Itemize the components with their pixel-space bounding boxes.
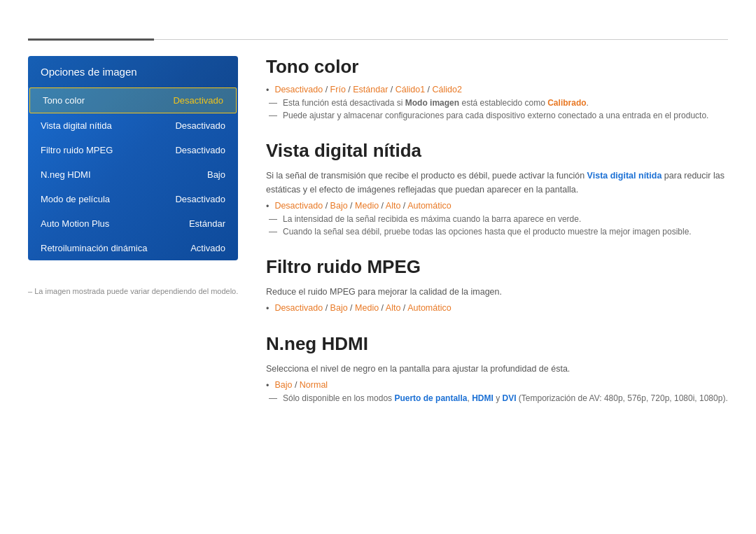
option-estandar: Estándar (353, 85, 388, 94)
bullet-dot: • (266, 304, 269, 314)
sidebar-item-label: Retroiluminación dinámica (41, 243, 147, 253)
sidebar-item-auto-motion-plus[interactable]: Auto Motion Plus Estándar (28, 211, 238, 236)
sidebar-item-label: Vista digital nítida (41, 120, 112, 131)
sidebar-item-value: Estándar (189, 218, 225, 229)
section-title-vista-digital: Vista digital nítida (266, 140, 728, 162)
note-tono-color-2: — Puede ajustar y almacenar configuracio… (266, 111, 728, 120)
sidebar-panel: Opciones de imagen Tono color Desactivad… (28, 56, 238, 260)
sidebar-item-value: Bajo (207, 169, 225, 180)
sidebar-item-label: Modo de película (41, 194, 110, 204)
section-title-filtro-ruido: Filtro ruido MPEG (266, 256, 728, 278)
option-bajo: Bajo (330, 201, 348, 211)
option-alto: Alto (386, 303, 401, 313)
option-desactivado: Desactivado (274, 201, 323, 211)
bullet-nneg-hdmi-options: • Bajo / Normal (266, 380, 728, 391)
sidebar-item-value: Desactivado (175, 120, 225, 131)
bullet-tono-color-options: • Desactivado / Frío / Estándar / Cálido… (266, 85, 728, 95)
top-bar (28, 38, 728, 40)
option-normal: Normal (300, 380, 328, 390)
option-bajo: Bajo (330, 303, 348, 313)
sidebar-note: – La imagen mostrada puede variar depend… (28, 287, 238, 295)
sidebar-item-modo-pelicula[interactable]: Modo de película Desactivado (28, 187, 238, 211)
sidebar-item-value: Activado (190, 243, 225, 253)
sidebar-item-label: N.neg HDMI (41, 169, 91, 180)
option-automatico: Automático (407, 303, 451, 313)
note-vista-digital-1: — La intensidad de la señal recibida es … (266, 214, 728, 224)
note-vista-digital-2: — Cuando la señal sea débil, pruebe toda… (266, 227, 728, 237)
option-calido2: Cálido2 (433, 85, 462, 94)
section-vista-digital: Vista digital nítida Si la señal de tran… (266, 140, 728, 237)
sidebar-item-vista-digital[interactable]: Vista digital nítida Desactivado (28, 113, 238, 138)
bullet-dot: • (266, 202, 269, 211)
sidebar-title: Opciones de imagen (28, 56, 238, 87)
option-bajo: Bajo (274, 380, 292, 390)
option-medio: Medio (355, 303, 379, 313)
note-tono-color-1: — Esta función está desactivada si Modo … (266, 98, 728, 108)
option-desactivado: Desactivado (274, 85, 323, 94)
section-nneg-hdmi: N.neg HDMI Selecciona el nivel de negro … (266, 333, 728, 403)
nneg-hdmi-body: Selecciona el nivel de negro en la panta… (266, 362, 728, 376)
option-frio: Frío (330, 85, 346, 94)
sidebar-item-filtro-ruido[interactable]: Filtro ruido MPEG Desactivado (28, 138, 238, 162)
nneg-hdmi-options: Bajo / Normal (274, 380, 328, 390)
sidebar-item-tono-color[interactable]: Tono color Desactivado (29, 87, 237, 113)
note-nneg-hdmi-1: — Sólo disponible en los modos Puerto de… (266, 393, 728, 403)
sidebar-item-label: Tono color (43, 95, 85, 106)
option-alto: Alto (386, 201, 401, 211)
sidebar-item-value: Desactivado (173, 95, 223, 106)
sidebar-item-value: Desactivado (175, 194, 225, 204)
option-desactivado: Desactivado (274, 303, 323, 313)
option-automatico: Automático (407, 201, 451, 211)
bullet-dot: • (266, 381, 269, 391)
top-bar-line (154, 39, 728, 40)
bullet-filtro-ruido-options: • Desactivado / Bajo / Medio / Alto / Au… (266, 303, 728, 314)
section-filtro-ruido: Filtro ruido MPEG Reduce el ruido MPEG p… (266, 256, 728, 314)
vista-digital-body: Si la señal de transmisión que recibe el… (266, 169, 728, 197)
sidebar-item-nneg-hdmi[interactable]: N.neg HDMI Bajo (28, 162, 238, 187)
section-title-tono-color: Tono color (266, 56, 728, 78)
option-calido1: Cálido1 (396, 85, 425, 94)
sidebar-item-label: Filtro ruido MPEG (41, 145, 113, 155)
vista-digital-options: Desactivado / Bajo / Medio / Alto / Auto… (274, 201, 451, 211)
tono-color-options: Desactivado / Frío / Estándar / Cálido1 … (274, 85, 462, 94)
bullet-dot: • (266, 85, 269, 95)
filtro-ruido-body: Reduce el ruido MPEG para mejorar la cal… (266, 285, 728, 299)
filtro-ruido-options: Desactivado / Bajo / Medio / Alto / Auto… (274, 303, 451, 313)
option-medio: Medio (355, 201, 379, 211)
sidebar-item-retroiluminacion[interactable]: Retroiluminación dinámica Activado (28, 236, 238, 260)
section-title-nneg-hdmi: N.neg HDMI (266, 333, 728, 355)
bullet-vista-digital-options: • Desactivado / Bajo / Medio / Alto / Au… (266, 201, 728, 211)
sidebar-item-value: Desactivado (175, 145, 225, 155)
top-bar-accent (28, 38, 154, 41)
section-tono-color: Tono color • Desactivado / Frío / Estánd… (266, 56, 728, 120)
sidebar-item-label: Auto Motion Plus (41, 218, 109, 229)
main-content: Tono color • Desactivado / Frío / Estánd… (266, 56, 728, 506)
